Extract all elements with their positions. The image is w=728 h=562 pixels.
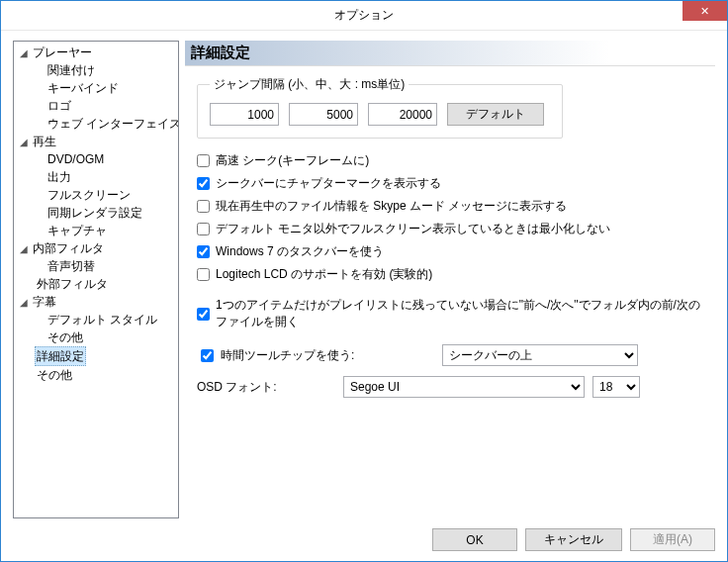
tree-playback-fullscreen[interactable]: フルスクリーン [16, 186, 176, 204]
tree-playback-syncrender[interactable]: 同期レンダラ設定 [16, 204, 176, 222]
content-area: ◢プレーヤー 関連付け キーバインド ロゴ ウェブ インターフェイス ◢再生 D… [1, 31, 727, 561]
tooltip-position-select[interactable]: シークバーの上 [442, 344, 638, 366]
main-split: ◢プレーヤー 関連付け キーバインド ロゴ ウェブ インターフェイス ◢再生 D… [13, 41, 715, 518]
tree-playback-output[interactable]: 出力 [16, 168, 176, 186]
collapse-icon[interactable]: ◢ [18, 135, 29, 149]
tree-playback-capture[interactable]: キャプチャ [16, 222, 176, 239]
check-fastseek[interactable]: 高速 シーク(キーフレームに) [197, 152, 707, 169]
osd-font-select[interactable]: Segoe UI [343, 376, 585, 398]
check-chapter-marks-label: シークバーにチャプターマークを表示する [216, 175, 441, 192]
options-dialog: オプション ✕ ◢プレーヤー 関連付け キーバインド ロゴ ウェブ インターフェ… [0, 0, 728, 562]
close-button[interactable]: ✕ [682, 1, 727, 21]
check-fastseek-label: 高速 シーク(キーフレームに) [216, 152, 369, 169]
check-playlist-nav-box[interactable] [197, 308, 210, 321]
cancel-button[interactable]: キャンセル [525, 528, 622, 551]
check-no-minimize-label: デフォルト モニタ以外でフルスクリーン表示しているときは最小化しない [216, 221, 610, 237]
tree-player[interactable]: ◢プレーヤー [16, 44, 176, 61]
tree-other[interactable]: ◢その他 [16, 366, 176, 384]
check-win7-taskbar[interactable]: Windows 7 のタスクバーを使う [197, 243, 707, 260]
tree-playback-dvdogm[interactable]: DVD/OGM [16, 150, 176, 168]
check-skype-label: 現在再生中のファイル情報を Skype ムード メッセージに表示する [216, 198, 567, 215]
window-title: オプション [334, 7, 394, 24]
dialog-footer: OK キャンセル 適用(A) [13, 518, 715, 551]
jump-group: ジャンプ間隔 (小、中、大 : ms単位) デフォルト [197, 76, 563, 139]
tree-player-logo[interactable]: ロゴ [16, 97, 176, 115]
osd-size-select[interactable]: 18 [592, 376, 640, 398]
apply-button[interactable]: 適用(A) [630, 528, 715, 551]
checkbox-list: 高速 シーク(キーフレームに) シークバーにチャプターマークを表示する 現在再生… [197, 152, 707, 330]
tree-internal[interactable]: ◢内部フィルタ [16, 239, 176, 257]
check-skype-box[interactable] [197, 200, 210, 213]
tree-playback[interactable]: ◢再生 [16, 133, 176, 150]
pane-body: ジャンプ間隔 (小、中、大 : ms単位) デフォルト 高速 シーク(キーフレー… [185, 66, 715, 518]
tree-advanced[interactable]: ◢詳細設定 [16, 346, 176, 366]
tooltip-row: 時間ツールチップを使う: シークバーの上 [197, 344, 707, 366]
tree-subs-misc[interactable]: その他 [16, 328, 176, 346]
check-logitech[interactable]: Logitech LCD のサポートを有効 (実験的) [197, 266, 707, 283]
osd-font-label: OSD フォント: [197, 379, 343, 396]
check-playlist-nav[interactable]: 1つのアイテムだけがプレイリストに残っていない場合に"前へ/次へ"でフォルダ内の… [197, 297, 707, 330]
check-time-tooltip-label: 時間ツールチップを使う: [221, 347, 354, 364]
tree-internal-audioswitch[interactable]: 音声切替 [16, 257, 176, 275]
tree-subs[interactable]: ◢字幕 [16, 293, 176, 311]
check-chapter-marks[interactable]: シークバーにチャプターマークを表示する [197, 175, 707, 192]
jump-small-input[interactable] [210, 103, 279, 126]
settings-pane: 詳細設定 ジャンプ間隔 (小、中、大 : ms単位) デフォルト [185, 41, 715, 518]
tree-player-webui[interactable]: ウェブ インターフェイス [16, 115, 176, 133]
check-time-tooltip-box[interactable] [201, 349, 214, 362]
collapse-icon[interactable]: ◢ [18, 295, 29, 310]
tree-external[interactable]: ◢外部フィルタ [16, 275, 176, 293]
check-logitech-label: Logitech LCD のサポートを有効 (実験的) [216, 266, 432, 283]
jump-legend: ジャンプ間隔 (小、中、大 : ms単位) [210, 76, 409, 93]
close-icon: ✕ [700, 5, 709, 18]
check-win7-taskbar-label: Windows 7 のタスクバーを使う [216, 243, 384, 260]
pane-title: 詳細設定 [185, 41, 715, 66]
check-win7-taskbar-box[interactable] [197, 245, 210, 258]
tree-player-keybind[interactable]: キーバインド [16, 79, 176, 97]
check-no-minimize-box[interactable] [197, 223, 210, 235]
check-chapter-marks-box[interactable] [197, 177, 210, 190]
jump-default-button[interactable]: デフォルト [447, 103, 544, 126]
jump-large-input[interactable] [368, 103, 437, 126]
check-playlist-nav-label: 1つのアイテムだけがプレイリストに残っていない場合に"前へ/次へ"でフォルダ内の… [216, 297, 707, 330]
ok-button[interactable]: OK [432, 528, 517, 551]
titlebar: オプション ✕ [1, 1, 727, 31]
check-time-tooltip[interactable]: 時間ツールチップを使う: [197, 346, 442, 365]
jump-medium-input[interactable] [289, 103, 358, 126]
tree-player-assoc[interactable]: 関連付け [16, 61, 176, 79]
check-fastseek-box[interactable] [197, 154, 210, 167]
check-skype[interactable]: 現在再生中のファイル情報を Skype ムード メッセージに表示する [197, 198, 707, 215]
nav-tree[interactable]: ◢プレーヤー 関連付け キーバインド ロゴ ウェブ インターフェイス ◢再生 D… [13, 41, 179, 518]
check-logitech-box[interactable] [197, 268, 210, 281]
collapse-icon[interactable]: ◢ [18, 46, 29, 60]
osd-row: OSD フォント: Segoe UI 18 [197, 376, 707, 398]
collapse-icon[interactable]: ◢ [18, 241, 29, 256]
check-no-minimize[interactable]: デフォルト モニタ以外でフルスクリーン表示しているときは最小化しない [197, 221, 707, 237]
tree-subs-defstyle[interactable]: デフォルト スタイル [16, 311, 176, 328]
